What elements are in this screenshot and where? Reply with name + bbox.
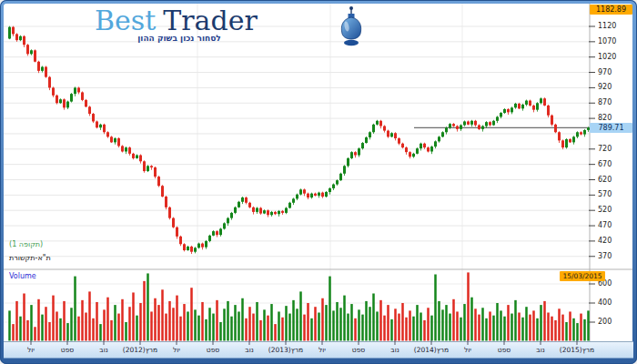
price-tick-label: 570 (598, 191, 612, 198)
price-tick-label: 420 (598, 238, 612, 245)
date-tick-label: נוב (99, 347, 107, 354)
price-tick-label: 970 (598, 69, 612, 76)
logo-tagline: לסחור נכון בשוק ההון (129, 35, 229, 43)
date-tick-label: מרץ(2015) (560, 347, 594, 354)
logo-vase-icon (335, 5, 368, 47)
price-tick-label: 720 (598, 146, 612, 153)
date-tick-label: יול (464, 347, 471, 354)
date-tick-label: ספט (61, 347, 74, 354)
date-tick-label: יול (318, 347, 326, 354)
price-tick-label: 470 (598, 222, 612, 229)
price-tick-label: 370 (598, 253, 612, 260)
series-interval-label: (תקופה 1) (9, 241, 43, 248)
price-tick-label: 1070 (598, 38, 616, 46)
candlestick-volume-chart[interactable] (0, 0, 637, 364)
series-name-label: ת"א-תקשורת (9, 255, 51, 262)
price-tick-label: 820 (598, 115, 612, 122)
date-tick-label: נוב (245, 347, 253, 354)
price-tick-label: 870 (598, 99, 612, 106)
volume-pane-label: Volume (9, 273, 36, 280)
volume-tick-label: 600 (598, 280, 612, 288)
cursor-price-badge: 1182.89 (590, 5, 632, 15)
price-tick-label: 520 (598, 207, 612, 214)
last-price-badge: 789.71 (590, 123, 632, 133)
date-tick-label: ספט (498, 347, 511, 354)
volume-tick-label: 400 (598, 299, 612, 307)
date-tick-label: נוב (390, 347, 399, 354)
price-tick-label: 1020 (598, 54, 616, 61)
volume-tick-label: 200 (598, 318, 612, 326)
date-tick-label: ספט (352, 347, 365, 354)
date-tick-label: ספט (207, 347, 219, 354)
date-tick-label: מרץ(2012) (123, 347, 157, 354)
date-tick-label: יול (27, 347, 35, 354)
date-tick-label: מרץ(2013) (268, 347, 303, 354)
logo-best-text: Best (95, 5, 156, 36)
price-tick-label: 920 (598, 84, 612, 91)
price-tick-label: 1120 (598, 23, 616, 30)
price-tick-label: 670 (598, 161, 612, 168)
date-tick-label: נוב (536, 347, 544, 354)
date-tick-label: יול (173, 347, 180, 354)
date-tick-label: מרץ(2014) (414, 347, 449, 354)
logo-trader-text: Trader (163, 5, 258, 36)
logo: BestTrader (95, 7, 258, 35)
price-tick-label: 620 (598, 177, 612, 184)
cursor-date-badge: 15/03/2015 (560, 271, 605, 281)
app-window: BestTrader לסחור נכון בשוק ההון (תקופה 1… (0, 0, 637, 364)
